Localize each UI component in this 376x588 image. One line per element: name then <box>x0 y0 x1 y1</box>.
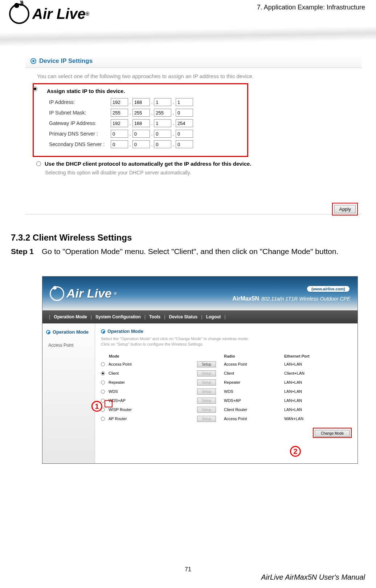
ethernet-value: WAN+LAN <box>284 416 352 421</box>
banner: Air Live® (www.airlive.com) AirMax5N802.… <box>42 277 357 310</box>
apply-button[interactable]: Apply <box>334 205 356 213</box>
mode-name: AP Router <box>109 416 127 421</box>
dhcp-note: Selecting this option will disable your … <box>45 168 361 177</box>
pdns-d[interactable] <box>176 130 193 138</box>
ip-b[interactable] <box>132 98 150 106</box>
model-desc: 802.11a/n 1T1R Wireless Outdoor CPE <box>261 296 350 302</box>
ethernet-value: LAN+LAN <box>284 389 352 394</box>
gw-c[interactable] <box>154 119 171 127</box>
main-heading: Operation Mode <box>95 323 357 336</box>
sdns-c[interactable] <box>154 140 171 148</box>
ethernet-value: Client+LAN <box>284 371 352 375</box>
dhcp-radio[interactable] <box>36 161 41 166</box>
mode-name: Repeater <box>109 380 125 384</box>
intro-text: You can select one of the following two … <box>25 68 361 84</box>
banner-logo-text: Air Live <box>66 286 112 301</box>
mode-radio[interactable] <box>101 380 105 384</box>
gw-a[interactable] <box>111 119 128 127</box>
pdns-b[interactable] <box>132 130 150 138</box>
mode-radio[interactable] <box>101 390 105 394</box>
mode-row: WISP RouterSetupClient RouterLAN+LAN <box>101 405 352 414</box>
setup-button[interactable]: Setup <box>197 370 216 376</box>
static-ip-highlight: Assign static IP to this device. IP Addr… <box>33 83 248 157</box>
operation-mode-panel: Air Live® (www.airlive.com) AirMax5N802.… <box>42 276 358 464</box>
setup-button[interactable]: Setup <box>197 398 216 404</box>
bullet-icon <box>46 330 50 334</box>
ip-c[interactable] <box>154 98 171 106</box>
setup-button[interactable]: Setup <box>197 388 216 395</box>
change-mode-button[interactable]: Change Mode <box>315 430 350 437</box>
ethernet-value: LAN+LAN <box>284 362 352 366</box>
header-divider <box>0 26 376 47</box>
nav-device-status[interactable]: Device Status <box>169 314 198 319</box>
col-ethernet: Ethernet Port <box>284 354 352 358</box>
mode-row: WDS+APSetupWDS+APLAN+LAN <box>101 396 352 405</box>
sidebar-item-access-point[interactable]: Access Point <box>42 338 95 352</box>
nav-tools[interactable]: Tools <box>149 314 160 319</box>
url-badge: (www.airlive.com) <box>306 285 350 293</box>
col-mode: Mode <box>101 354 197 358</box>
pdns-label: Primary DNS Server : <box>49 131 111 137</box>
section-title: Device IP Settings <box>39 57 93 65</box>
mask-a[interactable] <box>111 109 128 117</box>
step-paragraph: Step 1 Go to "Operation Mode" menu. Sele… <box>11 246 367 257</box>
mode-radio[interactable] <box>101 371 105 375</box>
gw-b[interactable] <box>132 119 150 127</box>
main-content: Operation Mode Select the "Operation Mod… <box>95 323 357 463</box>
mode-row: Access PointSetupAccess PointLAN+LAN <box>101 360 352 369</box>
ethernet-value: LAN+LAN <box>284 407 352 412</box>
primary-dns-row: Primary DNS Server : . . . <box>49 130 242 138</box>
radio-value: WDS <box>224 389 284 394</box>
mode-name: WISP Router <box>109 407 132 412</box>
gateway-label: Gateway IP Address: <box>49 120 111 126</box>
setup-button[interactable]: Setup <box>197 361 216 367</box>
ip-a[interactable] <box>111 98 128 106</box>
setup-button[interactable]: Setup <box>197 379 216 386</box>
setup-button[interactable]: Setup <box>197 407 216 413</box>
radio-value: Access Point <box>224 362 284 366</box>
section-header: Device IP Settings <box>25 55 361 68</box>
bullet-icon <box>30 58 36 64</box>
callout-1: 1 <box>91 401 102 412</box>
sdns-d[interactable] <box>176 140 193 148</box>
subnet-label: IP Subnet Mask: <box>49 110 111 116</box>
page-number: 71 <box>0 566 376 573</box>
ip-address-row: IP Address: . . . <box>49 98 242 106</box>
wifi-logo-icon <box>50 286 64 301</box>
subnet-row: IP Subnet Mask: . . . <box>49 109 242 117</box>
mask-d[interactable] <box>176 109 193 117</box>
sdns-b[interactable] <box>132 140 150 148</box>
setup-button[interactable]: Setup <box>197 416 216 422</box>
logo-text: Air Live <box>32 6 86 22</box>
gw-d[interactable] <box>176 119 193 127</box>
nav-bar: | Operation Mode| System Configuration| … <box>42 310 357 323</box>
device-ip-panel: Device IP Settings You can select one of… <box>25 55 361 223</box>
ethernet-value: LAN+LAN <box>284 380 352 384</box>
ip-address-label: IP Address: <box>49 99 111 105</box>
mode-name: Access Point <box>109 362 132 366</box>
pdns-a[interactable] <box>111 130 128 138</box>
mode-row: WDSSetupWDSLAN+LAN <box>101 387 352 396</box>
mode-row: AP RouterSetupAccess PointWAN+LAN <box>101 414 352 423</box>
static-ip-radio[interactable] <box>33 86 37 91</box>
mode-table: Mode Radio Ethernet Port Access PointSet… <box>95 353 357 423</box>
mask-c[interactable] <box>154 109 171 117</box>
sdns-a[interactable] <box>111 140 128 148</box>
banner-logo: Air Live® <box>50 286 117 301</box>
sidebar-heading: Operation Mode <box>42 323 95 338</box>
sidebar-heading-text: Operation Mode <box>53 329 89 335</box>
nav-logout[interactable]: Logout <box>206 314 221 319</box>
callout-2: 2 <box>290 446 301 457</box>
mode-radio[interactable] <box>101 417 105 421</box>
mask-b[interactable] <box>132 109 150 117</box>
pdns-c[interactable] <box>154 130 171 138</box>
footer-manual: AirLive AirMax5N User's Manual <box>261 573 365 581</box>
nav-operation-mode[interactable]: Operation Mode <box>54 314 87 319</box>
ip-d[interactable] <box>176 98 193 106</box>
nav-system-config[interactable]: System Configuration <box>95 314 141 319</box>
main-heading-text: Operation Mode <box>107 329 143 334</box>
radio-value: Client Router <box>224 407 284 412</box>
mode-radio[interactable] <box>101 362 105 366</box>
reg-mark: ® <box>86 11 89 17</box>
apply-highlight: Apply <box>332 203 358 216</box>
